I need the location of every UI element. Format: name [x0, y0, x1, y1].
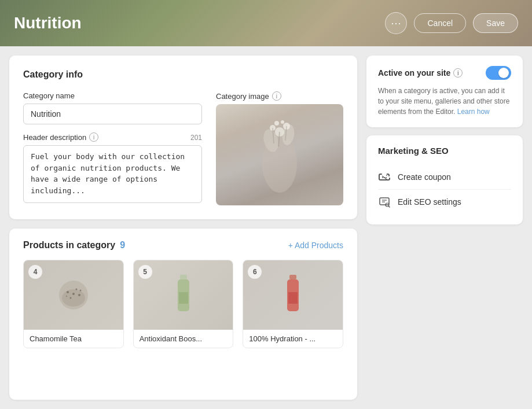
- marketing-title: Marketing & SEO: [378, 146, 511, 156]
- cancel-button[interactable]: Cancel: [414, 13, 466, 33]
- category-name-label: Category name: [23, 91, 202, 100]
- seo-icon: [378, 196, 391, 208]
- svg-rect-20: [180, 275, 187, 279]
- marketing-seo-card: Marketing & SEO Create coupon: [366, 135, 523, 224]
- form-left: Category name Header description i 201 F…: [23, 91, 202, 205]
- product-badge-1: 4: [28, 265, 42, 279]
- active-header: Active on your site i: [378, 66, 511, 80]
- edit-seo-item[interactable]: Edit SEO settings: [378, 190, 511, 214]
- product-name-1: Chamomile Tea: [24, 330, 123, 348]
- category-name-field: Category name: [23, 91, 202, 124]
- svg-point-14: [75, 289, 77, 290]
- right-column: Active on your site i When a category is…: [366, 56, 523, 400]
- learn-how-link[interactable]: Learn how: [457, 108, 490, 116]
- products-grid: 4 C: [23, 260, 343, 348]
- product-image-3: 6: [243, 260, 343, 330]
- description-textarea[interactable]: Fuel your body with our collection of or…: [23, 145, 202, 203]
- active-description: When a category is active, you can add i…: [378, 86, 511, 117]
- left-column: Category info Category name Header descr…: [9, 56, 357, 400]
- svg-point-15: [78, 294, 80, 296]
- create-coupon-item[interactable]: Create coupon: [378, 165, 511, 190]
- category-image-section: Category image i: [216, 91, 343, 205]
- svg-point-16: [69, 297, 71, 299]
- toggle-thumb: [498, 68, 509, 78]
- category-info-title: Category info: [23, 69, 343, 80]
- active-info-icon[interactable]: i: [453, 68, 463, 78]
- header-description-field: Header description i 201 Fuel your body …: [23, 132, 202, 205]
- svg-point-7: [281, 120, 284, 124]
- products-count: 9: [120, 240, 125, 250]
- description-info-icon[interactable]: i: [89, 132, 98, 142]
- more-button[interactable]: ···: [385, 12, 407, 34]
- edit-seo-label: Edit SEO settings: [398, 197, 461, 207]
- svg-point-19: [79, 290, 81, 292]
- header-description-label: Header description i: [23, 132, 202, 142]
- active-label: Active on your site i: [378, 68, 463, 78]
- active-site-card: Active on your site i When a category is…: [366, 56, 523, 127]
- products-header: Products in category 9 + Add Products: [23, 240, 343, 250]
- products-section: Products in category 9 + Add Products 4: [9, 229, 357, 400]
- svg-rect-25: [288, 292, 298, 304]
- products-title: Products in category 9: [23, 240, 125, 250]
- category-info-card: Category info Category name Header descr…: [9, 56, 357, 219]
- category-name-input[interactable]: [23, 104, 202, 124]
- product-card-2[interactable]: 5 Antioxidant Boos...: [133, 260, 234, 348]
- svg-point-6: [274, 121, 279, 126]
- image-info-icon[interactable]: i: [272, 91, 281, 101]
- svg-rect-22: [179, 292, 188, 304]
- main-area: Category info Category name Header descr…: [0, 46, 532, 409]
- svg-line-31: [388, 206, 390, 207]
- hero-actions: ··· Cancel Save: [385, 12, 518, 34]
- product-badge-2: 5: [138, 265, 152, 279]
- svg-point-17: [72, 293, 75, 295]
- svg-rect-27: [380, 198, 389, 205]
- category-image-box[interactable]: [216, 104, 343, 205]
- char-count: 201: [190, 134, 202, 142]
- page-title: Nutrition: [14, 14, 82, 32]
- active-toggle[interactable]: [486, 66, 511, 80]
- coupon-icon: [378, 171, 391, 183]
- product-card-1[interactable]: 4 C: [23, 260, 124, 348]
- hero-banner: Nutrition ··· Cancel Save: [0, 0, 532, 46]
- product-card-3[interactable]: 6 100% Hydration - ...: [243, 260, 343, 348]
- product-image-2: 5: [134, 260, 233, 330]
- svg-point-13: [67, 291, 69, 293]
- create-coupon-label: Create coupon: [398, 172, 451, 182]
- save-button[interactable]: Save: [473, 13, 518, 33]
- product-badge-3: 6: [248, 265, 262, 279]
- svg-point-18: [66, 296, 67, 297]
- category-image-svg: [245, 112, 314, 198]
- textarea-wrapper: 201 Fuel your body with our collection o…: [23, 145, 202, 205]
- product-image-1: 4: [24, 260, 123, 330]
- product-name-2: Antioxidant Boos...: [134, 330, 233, 348]
- add-products-button[interactable]: + Add Products: [288, 241, 343, 250]
- svg-rect-23: [289, 275, 296, 279]
- svg-point-12: [62, 289, 85, 307]
- category-image-placeholder: [216, 104, 343, 205]
- category-image-label: Category image i: [216, 91, 343, 101]
- product-name-3: 100% Hydration - ...: [243, 330, 343, 348]
- category-form-row: Category name Header description i 201 F…: [23, 91, 343, 205]
